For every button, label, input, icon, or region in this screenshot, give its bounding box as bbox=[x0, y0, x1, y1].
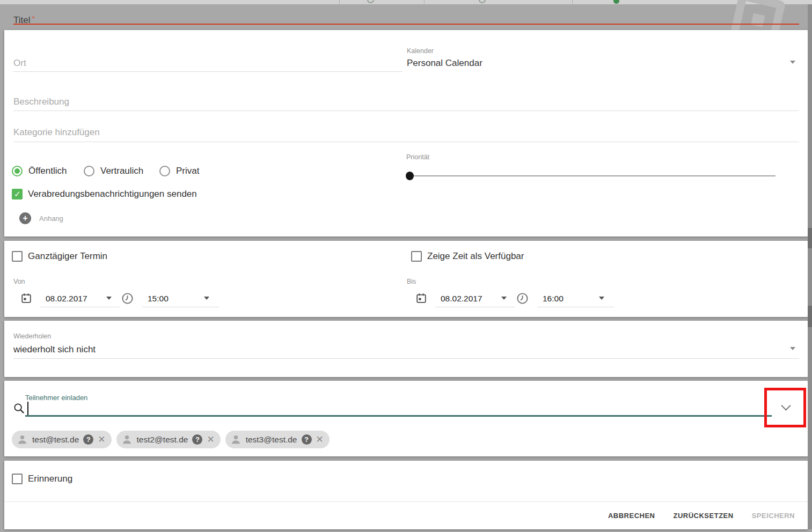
participants-input-underline bbox=[25, 415, 772, 417]
background-edge-shadow bbox=[808, 306, 812, 327]
section-reminder-footer: Erinnerung ABBRECHEN ZURÜCKSETZEN SPEICH… bbox=[4, 461, 808, 529]
to-time-select[interactable]: 16:00 bbox=[543, 294, 564, 304]
chevron-down-icon[interactable] bbox=[599, 297, 604, 300]
allday-label[interactable]: Ganztägiger Termin bbox=[28, 251, 107, 262]
section-datetime: Ganztägiger Termin Zeige Zeit als Verfüg… bbox=[4, 241, 808, 317]
person-icon bbox=[17, 434, 28, 445]
section-participants: Teilnehmer einladen test@test.de ? ✕ tes… bbox=[4, 381, 808, 456]
location-underline bbox=[13, 71, 403, 72]
calendar-icon bbox=[415, 292, 427, 304]
radio-indicator[interactable] bbox=[84, 166, 94, 176]
allday-checkbox-row[interactable]: Ganztägiger Termin bbox=[12, 251, 107, 262]
showfree-checkbox[interactable] bbox=[411, 251, 422, 262]
radio-indicator[interactable] bbox=[12, 166, 23, 176]
event-edit-dialog: Titel* Ort Kalender Personal Calendar Be… bbox=[0, 0, 812, 532]
showfree-checkbox-row[interactable]: Zeige Zeit als Verfügbar bbox=[411, 251, 524, 262]
participant-chip: test2@test.de ? ✕ bbox=[116, 431, 221, 448]
confirmation-status-icon: ? bbox=[302, 434, 312, 445]
to-date-underline bbox=[435, 307, 515, 307]
chevron-down-icon[interactable] bbox=[501, 297, 507, 300]
footer-divider bbox=[4, 501, 808, 502]
add-icon[interactable]: + bbox=[19, 212, 31, 224]
toolbar-icon bbox=[479, 0, 486, 3]
calendar-select[interactable]: Personal Calendar bbox=[407, 58, 482, 69]
calendar-icon bbox=[20, 292, 32, 304]
participant-email: test3@test.de bbox=[246, 435, 297, 445]
category-underline bbox=[13, 142, 799, 142]
required-marker: * bbox=[32, 14, 35, 23]
notification-checkbox[interactable] bbox=[12, 189, 23, 200]
radio-label[interactable]: Vertraulich bbox=[100, 166, 143, 176]
priority-label: Priorität bbox=[406, 153, 429, 161]
to-date-select[interactable]: 08.02.2017 bbox=[441, 294, 482, 304]
reminder-checkbox[interactable] bbox=[12, 474, 23, 484]
chevron-down-icon[interactable] bbox=[790, 61, 795, 64]
person-icon bbox=[121, 434, 133, 445]
from-date-select[interactable]: 08.02.2017 bbox=[46, 294, 87, 304]
radio-indicator[interactable] bbox=[159, 166, 170, 176]
confirmation-status-icon: ? bbox=[83, 434, 93, 445]
to-time-underline bbox=[537, 307, 614, 307]
reminder-label[interactable]: Erinnerung bbox=[28, 474, 72, 484]
remove-participant-button[interactable]: ✕ bbox=[316, 435, 324, 444]
chevron-down-icon[interactable] bbox=[790, 347, 795, 350]
toolbar-seam bbox=[339, 0, 340, 4]
radio-confidential[interactable]: Vertraulich bbox=[84, 166, 143, 176]
background-edge-shadow bbox=[808, 228, 812, 248]
chevron-down-icon[interactable] bbox=[204, 297, 209, 300]
participant-email: test@test.de bbox=[32, 435, 79, 445]
showfree-label[interactable]: Zeige Zeit als Verfügbar bbox=[427, 251, 524, 262]
text-cursor bbox=[27, 402, 28, 417]
radio-label[interactable]: Öffentlich bbox=[28, 166, 67, 176]
participants-search-input[interactable] bbox=[25, 400, 772, 416]
remove-participant-button[interactable]: ✕ bbox=[98, 435, 105, 444]
toolbar-seam bbox=[572, 0, 573, 4]
allday-checkbox[interactable] bbox=[12, 251, 23, 262]
participant-email: test2@test.de bbox=[137, 435, 188, 445]
recurrence-underline bbox=[13, 358, 799, 359]
clock-icon bbox=[516, 292, 529, 305]
from-label: Von bbox=[13, 278, 25, 285]
attachment-label[interactable]: Anhang bbox=[39, 215, 63, 223]
recurrence-select[interactable]: wiederholt sich nicht bbox=[13, 344, 96, 355]
background-page-peek bbox=[0, 0, 812, 4]
participant-chip: test3@test.de ? ✕ bbox=[225, 431, 330, 448]
background-edge-strip bbox=[808, 4, 812, 529]
from-time-underline bbox=[142, 307, 219, 307]
save-button[interactable]: SPEICHERN bbox=[752, 512, 795, 520]
recurrence-label: Wiederholen bbox=[13, 332, 51, 340]
from-date-underline bbox=[40, 307, 120, 307]
participant-chip-list: test@test.de ? ✕ test2@test.de ? ✕ test3… bbox=[12, 431, 330, 448]
confirmation-status-icon: ? bbox=[192, 434, 202, 445]
from-time-select[interactable]: 15:00 bbox=[148, 294, 169, 304]
description-underline bbox=[13, 110, 799, 111]
reset-button[interactable]: ZURÜCKSETZEN bbox=[673, 512, 733, 520]
section-recurrence: Wiederholen wiederholt sich nicht bbox=[4, 321, 808, 377]
calendar-select-label: Kalender bbox=[407, 47, 434, 55]
footer-actions: ABBRECHEN ZURÜCKSETZEN SPEICHERN bbox=[608, 512, 795, 520]
toolbar-icon bbox=[367, 0, 374, 3]
notification-checkbox-row[interactable]: Verabredungsbenachrichtigungen senden bbox=[12, 189, 197, 200]
notification-label[interactable]: Verabredungsbenachrichtigungen senden bbox=[28, 189, 197, 200]
presence-dot-icon bbox=[613, 0, 619, 4]
remove-participant-button[interactable]: ✕ bbox=[207, 435, 214, 444]
location-input[interactable]: Ort bbox=[13, 58, 26, 69]
cancel-button[interactable]: ABBRECHEN bbox=[608, 512, 655, 520]
search-icon bbox=[13, 402, 25, 415]
description-input[interactable]: Beschreibung bbox=[13, 97, 69, 107]
to-label: Bis bbox=[407, 278, 416, 285]
clock-icon bbox=[121, 292, 134, 305]
person-icon bbox=[230, 434, 242, 445]
participant-chip: test@test.de ? ✕ bbox=[12, 431, 112, 448]
radio-public[interactable]: Öffentlich bbox=[12, 166, 67, 176]
priority-slider-track[interactable] bbox=[406, 175, 776, 176]
radio-label[interactable]: Privat bbox=[176, 166, 199, 176]
toolbar-seam bbox=[424, 0, 425, 4]
category-input[interactable]: Kategorie hinzufügen bbox=[13, 127, 100, 138]
reminder-checkbox-row[interactable]: Erinnerung bbox=[12, 474, 72, 484]
chevron-down-icon[interactable] bbox=[106, 297, 112, 300]
radio-private[interactable]: Privat bbox=[159, 166, 199, 176]
section-general: Ort Kalender Personal Calendar Beschreib… bbox=[4, 30, 808, 237]
title-underline bbox=[13, 24, 799, 25]
priority-slider-thumb[interactable] bbox=[406, 172, 414, 180]
